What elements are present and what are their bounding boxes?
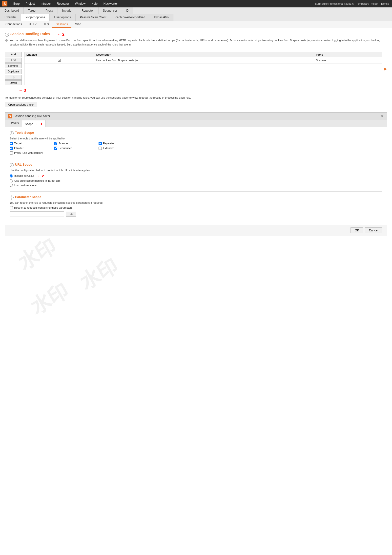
url-scope-radio-group: Include all URLs ← 2 Use suite scope [de… [10, 174, 382, 187]
param-scope-help-icon[interactable]: ? [10, 196, 14, 200]
app-title: Burp Suite Professional v2021.6 - Tempor… [314, 2, 390, 6]
section-header: ? Session Handling Rules ← 2 [5, 32, 387, 37]
tab-user-options[interactable]: User options [50, 14, 75, 21]
dialog-tab-scope[interactable]: Scope ← 1 [22, 120, 46, 127]
divider-2 [10, 191, 382, 192]
second-tab-bar: Extender Project options User options Pa… [0, 14, 392, 21]
row-enabled: ☑ [24, 57, 94, 64]
checkbox-intruder[interactable]: Intruder [10, 147, 49, 150]
checkbox-extender[interactable]: Extender [99, 147, 138, 150]
url-scope-section: ? URL Scope Use the configuration below … [10, 163, 382, 187]
tab-project-options[interactable]: Project options [21, 14, 50, 21]
session-handling-title: Session Handling Rules [10, 32, 50, 36]
tab-extender[interactable]: Extender [0, 14, 21, 21]
sub-tab-sessions[interactable]: Sessions [52, 21, 71, 28]
checkbox-extender-input[interactable] [99, 147, 102, 150]
param-edit-button[interactable]: Edit [66, 212, 76, 217]
tools-scope-desc: Select the tools that this rule will be … [10, 137, 382, 140]
dialog-wrapper: S Session handling rule editor × Details… [5, 112, 387, 236]
rules-buttons: Add Edit Remove Duplicate Up Down [5, 52, 22, 85]
dialog-logo: S [8, 114, 12, 118]
sub-tab-connections[interactable]: Connections [2, 21, 25, 28]
param-scope-desc: You can restrict the rule to requests co… [10, 201, 382, 204]
dialog-tab-details[interactable]: Details [7, 120, 22, 127]
table-row[interactable]: ☑ Use cookies from Burp's cookie jar Sca… [24, 57, 382, 64]
rules-table-container: Add Edit Remove Duplicate Up Down Enable… [5, 52, 387, 85]
watermark-area: 水印 水印 水印 [5, 236, 387, 335]
menu-bar: S Burp Project Intruder Repeater Window … [0, 0, 392, 7]
edit-button[interactable]: Edit [5, 58, 22, 63]
watermark-1: 水印 [13, 236, 61, 276]
sub-tab-misc[interactable]: Misc [71, 21, 84, 28]
sessions-tracer-desc: To monitor or troubleshoot the behavior … [5, 96, 387, 100]
checkbox-intruder-input[interactable] [10, 147, 13, 150]
menu-help[interactable]: Help [90, 1, 99, 6]
menu-hackvertor[interactable]: Hackvertor [103, 1, 119, 6]
watermark-3: 水印 [26, 277, 73, 320]
add-button[interactable]: Add [5, 52, 22, 57]
help-icon[interactable]: ? [5, 33, 9, 37]
cancel-button[interactable]: Cancel [365, 227, 382, 233]
tab-captcha-killer[interactable]: captcha-killer-modified [111, 14, 150, 21]
tab-repeater[interactable]: Repeater [77, 7, 98, 14]
col-tools: Tools [314, 52, 382, 57]
tools-scope-help-icon[interactable]: ? [10, 131, 14, 135]
checkbox-checked-icon: ☑ [58, 58, 61, 62]
dialog-close-button[interactable]: × [380, 114, 384, 118]
down-button[interactable]: Down [5, 80, 22, 85]
sessions-tracer-section: To monitor or troubleshoot the behavior … [5, 96, 387, 107]
checkbox-target[interactable]: Target [10, 142, 49, 145]
open-sessions-tracer-button[interactable]: Open sessions tracer [5, 102, 37, 107]
dialog-tabs: Details Scope ← 1 [5, 120, 387, 127]
url-scope-title: URL Scope [15, 163, 32, 166]
url-scope-help-icon[interactable]: ? [10, 163, 14, 167]
radio-custom-scope-input[interactable] [10, 184, 13, 187]
checkbox-sequencer[interactable]: Sequencer [54, 147, 94, 150]
radio-include-all[interactable]: Include all URLs ← 2 [10, 174, 382, 178]
param-restrict-checkbox[interactable] [10, 206, 13, 209]
tab-sequencer[interactable]: Sequencer [99, 7, 122, 14]
radio-include-all-input[interactable] [10, 174, 13, 178]
checkbox-scanner[interactable]: Scanner [54, 142, 94, 145]
menu-window[interactable]: Window [74, 1, 86, 6]
param-input-field[interactable] [10, 211, 64, 217]
radio-suite-scope-input[interactable] [10, 179, 13, 182]
tab-intruder[interactable]: Intruder [58, 7, 77, 14]
annotation-2: ← 2 [57, 32, 64, 37]
tab-bypasspro[interactable]: BypassPro [150, 14, 173, 21]
tools-checkboxes: Target Scanner Repeater [10, 142, 382, 155]
menu-burp[interactable]: Burp [12, 1, 21, 6]
radio-suite-scope[interactable]: Use suite scope [defined in Target tab] [10, 179, 382, 182]
col-description: Description [94, 52, 314, 57]
sub-tab-tls[interactable]: TLS [40, 21, 52, 28]
param-checkbox-row: Restrict to requests containing these pa… [10, 206, 382, 209]
ok-button[interactable]: OK [351, 227, 363, 233]
tab-dashboard[interactable]: Dashboard [0, 7, 24, 14]
tab-target[interactable]: Target [24, 7, 41, 14]
menu-intruder[interactable]: Intruder [40, 1, 52, 6]
duplicate-button[interactable]: Duplicate [5, 69, 22, 74]
checkbox-repeater[interactable]: Repeater [99, 142, 138, 145]
checkbox-sequencer-input[interactable] [54, 147, 57, 150]
tab-passive-scan[interactable]: Passive Scan Client [76, 14, 111, 21]
radio-custom-scope[interactable]: Use custom scope [10, 184, 382, 187]
tab-d[interactable]: D [122, 7, 133, 14]
checkbox-proxy[interactable]: Proxy (use with caution) [10, 151, 138, 155]
checkbox-target-input[interactable] [10, 142, 13, 145]
checkbox-repeater-input[interactable] [99, 142, 102, 145]
up-button[interactable]: Up [5, 75, 22, 80]
remove-button[interactable]: Remove [5, 63, 22, 68]
rules-table: Enabled Description Tools ☑ Use cookies … [24, 52, 382, 85]
checkbox-scanner-input[interactable] [54, 142, 57, 145]
dialog-title-bar: S Session handling rule editor × [5, 112, 387, 120]
annotation-1: ← 1 [36, 122, 42, 126]
menu-repeater[interactable]: Repeater [56, 1, 70, 6]
tab-proxy[interactable]: Proxy [41, 7, 58, 14]
checkbox-proxy-input[interactable] [10, 151, 13, 155]
annotation-2-url: ← 2 [37, 174, 44, 178]
dialog-content: ? Tools Scope Select the tools that this… [5, 127, 387, 225]
sub-tab-http[interactable]: HTTP [25, 21, 40, 28]
menu-project[interactable]: Project [24, 1, 36, 6]
dialog-title: Session handling rule editor [14, 114, 50, 118]
param-input-row: Edit [10, 211, 382, 217]
